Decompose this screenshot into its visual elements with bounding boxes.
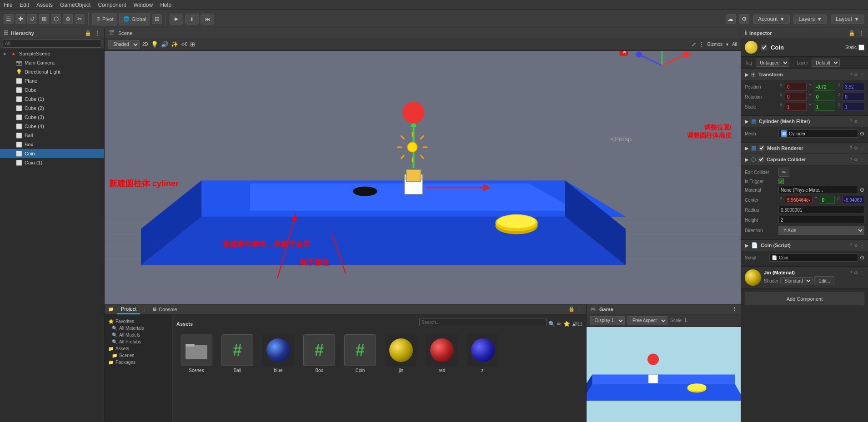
pos-z-field[interactable]: 3.52 (843, 83, 864, 91)
hierarchy-item[interactable]: ▶🔺SampleScene (0, 49, 104, 58)
add-component-button[interactable]: Add Component (745, 293, 864, 305)
shading-dropdown[interactable]: Shaded (108, 40, 140, 49)
proj-icon1[interactable]: 🔍 (548, 321, 555, 327)
hierarchy-lock-icon[interactable]: 🔒 (85, 30, 91, 36)
is-trigger-checkbox[interactable]: ✓ (778, 179, 784, 184)
asset-item[interactable]: jin (383, 334, 419, 373)
inspector-more-icon[interactable]: ⋮ (858, 30, 864, 37)
sidebar-assets[interactable]: 📁 Assets (105, 345, 172, 352)
proj-icon3[interactable]: ⭐ (563, 321, 570, 327)
hierarchy-item[interactable]: ⬜Coin (0, 149, 104, 158)
cs-settings-icon[interactable]: ⚙ (854, 243, 858, 248)
tag-dropdown[interactable]: Untagged (756, 59, 789, 67)
hand-tool-icon[interactable]: ☰ (4, 14, 14, 24)
move-tool-icon[interactable]: ✚ (15, 14, 25, 24)
cc-help-icon[interactable]: ? (849, 157, 852, 162)
rotate-tool-icon[interactable]: ↺ (27, 14, 37, 24)
asset-item[interactable]: #Box (301, 334, 337, 373)
mesh-filter-header[interactable]: ▶ ▦ Cylinder (Mesh Filter) ? ⚙ ⋮ (741, 116, 868, 127)
menu-gameobject[interactable]: GameObject (60, 2, 90, 8)
capsule-header[interactable]: ▶ ⬡ Capsule Collider ? ⚙ ⋮ (741, 154, 868, 165)
scale-z-field[interactable]: 1 (843, 103, 864, 111)
hierarchy-item[interactable]: 💡Directional Light (0, 67, 104, 76)
global-button[interactable]: 🌐 Global (119, 13, 150, 25)
mr-enable-checkbox[interactable] (759, 145, 764, 151)
layers-button[interactable]: Layers ▼ (793, 15, 827, 24)
asset-item[interactable]: zi (465, 334, 501, 373)
asset-item[interactable]: blue (260, 334, 296, 373)
layout-button[interactable]: Layout ▼ (831, 15, 864, 24)
rect-tool-icon[interactable]: ⬡ (51, 14, 61, 24)
edit-shader-button[interactable]: Edit... (814, 276, 834, 285)
custom-tool-icon[interactable]: ✂ (75, 14, 85, 24)
sidebar-scenes[interactable]: 📁 Scenes (105, 352, 172, 359)
shader-dropdown[interactable]: Standard (780, 277, 813, 284)
obj-name-field[interactable]: Coin (771, 44, 842, 51)
mat-settings-icon[interactable]: ⊙ (860, 187, 864, 193)
layer-dropdown[interactable]: Default (812, 59, 840, 67)
obj-active-checkbox[interactable] (761, 45, 767, 50)
hierarchy-more-icon[interactable]: ⋮ (94, 30, 100, 37)
edit-collider-button[interactable]: ✏ (778, 168, 789, 177)
hierarchy-item[interactable]: ⬜Cube (1) (0, 94, 104, 104)
sidebar-all-models[interactable]: 🔍 All Models (105, 332, 172, 338)
asset-item[interactable]: red (424, 334, 460, 373)
mr-help-icon[interactable]: ? (849, 146, 852, 151)
hierarchy-item[interactable]: ⬜Cube (4) (0, 122, 104, 131)
pivot-button[interactable]: ⊙ Pivot (92, 13, 117, 25)
project-search-input[interactable] (419, 318, 547, 326)
gizmos-button[interactable]: Gizmos (707, 42, 722, 47)
gizmos-chevron[interactable]: ▼ (725, 42, 729, 47)
project-lock-icon[interactable]: 🔒 (568, 306, 575, 312)
jin-overflow-icon[interactable]: ⋮ (860, 270, 864, 275)
asset-item[interactable]: #Coin (342, 334, 378, 373)
radius-field[interactable]: 0.5000001 (778, 206, 864, 214)
scale-tool-icon[interactable]: ⊞ (39, 14, 49, 24)
comp-settings-icon[interactable]: ⚙ (854, 72, 858, 77)
display-dropdown[interactable]: Display 1 (590, 316, 625, 325)
cc-overflow-icon[interactable]: ⋮ (860, 157, 864, 162)
menu-component[interactable]: Component (98, 2, 126, 8)
rot-x-field[interactable]: 0 (785, 93, 807, 101)
menu-edit[interactable]: Edit (20, 2, 29, 8)
hierarchy-item[interactable]: ⬜Cube (2) (0, 104, 104, 113)
jin-help-icon[interactable]: ? (849, 270, 852, 275)
inspector-lock-icon[interactable]: 🔒 (848, 30, 855, 36)
mesh-renderer-header[interactable]: ▶ ▦ Mesh Renderer ? ⚙ ⋮ (741, 143, 868, 154)
cs-help-icon[interactable]: ? (849, 243, 852, 248)
menu-help[interactable]: Help (160, 2, 171, 8)
step-button[interactable]: ⏭ (201, 14, 214, 25)
cloud-icon[interactable]: ⚙ (739, 14, 749, 24)
height-field[interactable]: 2 (778, 216, 864, 224)
center-x-field[interactable]: 5.960464e- (785, 196, 813, 204)
transform-header[interactable]: ▶ ⊞ Transform ? ⚙ ⋮ (741, 69, 868, 80)
asset-item[interactable]: #Ball (219, 334, 256, 373)
mf-overflow-icon[interactable]: ⋮ (860, 119, 864, 124)
transform-tool-icon[interactable]: ⊕ (63, 14, 73, 24)
mesh-settings-icon[interactable]: ⊙ (860, 130, 864, 137)
aspect-dropdown[interactable]: Free Aspect (627, 316, 667, 325)
script-settings-icon[interactable]: ⊙ (860, 254, 864, 261)
cc-settings-icon[interactable]: ⚙ (854, 157, 858, 162)
snap-icon[interactable]: ⊞ (152, 14, 162, 24)
mf-settings-icon[interactable]: ⚙ (854, 119, 858, 124)
sidebar-all-materials[interactable]: 🔍 All Materials (105, 325, 172, 332)
mr-overflow-icon[interactable]: ⋮ (860, 146, 864, 151)
scene-viewport[interactable]: X Y ✕ <Persp 新建圆柱体 cyliner 调整位 (105, 51, 741, 304)
mf-help-icon[interactable]: ? (849, 119, 852, 124)
rot-z-field[interactable]: 0 (843, 93, 864, 101)
comp-overflow-icon[interactable]: ⋮ (860, 72, 864, 77)
2d-button[interactable]: 2D (142, 42, 148, 47)
hierarchy-item[interactable]: ⬜Box (0, 140, 104, 149)
sidebar-all-prefabs[interactable]: 🔍 All Prefabs (105, 338, 172, 345)
center-y-field[interactable]: 0 (820, 196, 835, 204)
cs-overflow-icon[interactable]: ⋮ (860, 243, 864, 248)
hierarchy-search-input[interactable] (3, 40, 101, 48)
hierarchy-item[interactable]: ⬜Cube (0, 85, 104, 94)
hierarchy-item[interactable]: 📷Main Camera (0, 58, 104, 67)
tab-project[interactable]: Project (117, 304, 140, 314)
cc-enable-checkbox[interactable] (758, 157, 764, 162)
sidebar-favorites[interactable]: ⭐ Favorites (105, 318, 172, 325)
game-more-icon[interactable]: ⋮ (732, 306, 737, 312)
project-more-icon[interactable]: ⋮ (577, 306, 582, 312)
